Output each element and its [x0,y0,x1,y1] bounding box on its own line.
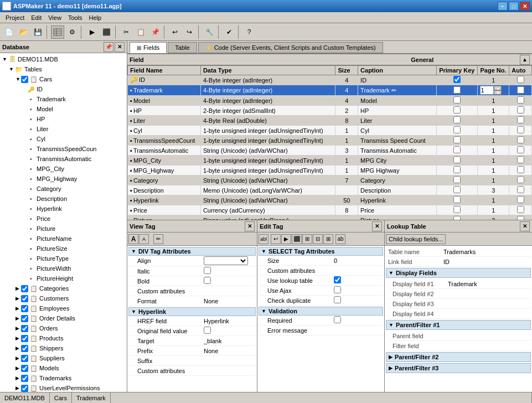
edit-undo-btn[interactable]: ↩ [271,234,281,244]
auto-checkbox[interactable] [517,116,524,123]
preview-button[interactable]: ▶ [85,25,99,39]
auto-checkbox[interactable] [517,176,524,183]
view-tag-close[interactable]: ✕ [245,221,255,231]
lookup-toolbar[interactable]: Child lookup fields... [385,232,532,246]
hyperlink-collapse[interactable]: ▼ [131,309,136,314]
spin-down[interactable]: ▼ [494,90,502,95]
orig-field-checkbox[interactable] [204,327,211,334]
pk-checkbox[interactable] [453,86,461,94]
field-transmissautomatic[interactable]: ▪ TransmissAutomatic [1,154,126,164]
redo-button[interactable]: ↪ [183,25,196,39]
table-row[interactable]: ▪CategoryString (Unicode) (adVarWChar)7C… [128,175,532,185]
edit-grid-btn[interactable]: ⊞ [302,234,312,244]
orders-expand[interactable]: ▶ [16,326,21,331]
table-row[interactable]: ▪TransmissAutomaticString (Unicode) (adV… [128,146,532,156]
view-edit-btn[interactable]: ✏ [153,234,163,244]
menu-tools[interactable]: Tools [65,13,86,22]
auto-checkbox[interactable] [517,216,524,220]
italic-checkbox[interactable] [204,267,211,274]
trademarks-expand[interactable]: ▶ [16,375,21,381]
edit-tag-toolbar[interactable]: abl ↩ ▶ ⬛ ⊞ ⊟ ⊞ ab [257,232,384,246]
copy-button[interactable]: 📋 [134,25,147,39]
tree-models[interactable]: ▶ 📋 Models [1,363,126,373]
use-lookup-checkbox[interactable] [334,276,341,283]
pk-checkbox[interactable] [453,206,461,213]
table-row[interactable]: ▪PriceCurrency (adCurrency)8Price1 [128,205,532,215]
view-tag-toolbar[interactable]: A A ✏ [127,232,257,246]
products-checkbox[interactable] [21,335,28,342]
suppliers-expand[interactable]: ▶ [16,355,21,361]
generate-button[interactable]: ⚙ [65,25,79,39]
open-button[interactable]: 📂 [17,25,30,39]
auto-checkbox[interactable] [517,146,524,153]
menu-help[interactable]: Help [86,13,105,22]
menu-view[interactable]: View [45,13,65,22]
field-model[interactable]: ▪ Model [1,104,126,114]
display-fields-header[interactable]: ▼ Display Fields [386,268,531,278]
grid-scroll-up[interactable]: ▲ [520,55,530,65]
tree-categories[interactable]: ▶ 📋 Categories [1,283,126,293]
auto-checkbox[interactable] [517,86,524,94]
field-liter[interactable]: ▪ Liter [1,124,126,134]
table-row[interactable]: 🔑ID4-Byte integer (adInteger)4ID1 [128,75,532,85]
edit-stop-btn[interactable]: ⬛ [292,234,302,244]
align-select[interactable] [204,256,248,265]
panel-close-button[interactable]: ✕ [115,42,125,52]
tables-expand[interactable]: ▼ [9,66,14,72]
pk-checkbox[interactable] [453,176,461,183]
panel-pin-button[interactable]: 📌 [104,42,113,52]
select-collapse[interactable]: ▼ [261,249,266,254]
edit-grid2-btn[interactable]: ⊟ [313,234,323,244]
orders-checkbox[interactable] [21,325,28,332]
trademarks-checkbox[interactable] [21,375,28,382]
tree-tables[interactable]: ▼ 📁 Tables [1,64,126,74]
auto-checkbox[interactable] [517,196,524,203]
pk-checkbox[interactable] [453,166,461,173]
table-row[interactable]: ▪MPG_Highway1-byte unsigned integer (adU… [128,166,532,175]
auto-checkbox[interactable] [517,96,524,104]
parent-filter-3-header[interactable]: ▶ Parent/Filter #3 [386,363,531,373]
pk-checkbox[interactable] [453,156,461,163]
edit-ab-btn[interactable]: ab [335,234,345,244]
new-button[interactable]: 📄 [2,25,16,39]
tables-button[interactable] [51,25,64,39]
menu-project[interactable]: Project [2,13,28,22]
root-expand[interactable]: ▼ [2,56,8,62]
maximize-button[interactable]: □ [509,2,519,11]
tab-code[interactable]: ⚡ Code (Server Events, Client Scripts an… [198,42,383,53]
tree-products[interactable]: ▶ 📋 Products [1,333,126,343]
close-button[interactable]: ✕ [520,2,530,11]
field-price[interactable]: ▪ Price [1,214,126,224]
required-checkbox[interactable] [334,316,341,323]
parent-filter-1-collapse[interactable]: ▼ [389,322,394,328]
auto-checkbox[interactable] [517,156,524,163]
models-expand[interactable]: ▶ [16,365,21,371]
tree-cars[interactable]: ▼ 📋 Cars [1,74,126,84]
field-picturewidth[interactable]: ▪ PictureWidth [1,264,126,273]
table-row[interactable]: ▪Model4-Byte integer (adInteger)4Model1 [128,96,532,106]
field-hyperlink[interactable]: ▪ Hyperlink [1,204,126,214]
div-collapse[interactable]: ▼ [131,249,136,254]
stop-button[interactable]: ⬛ [100,25,113,39]
models-checkbox[interactable] [21,365,28,372]
auto-checkbox[interactable] [517,166,524,173]
tree-root[interactable]: ▼ 🗄 DEMO11.MDB [1,54,126,64]
table-row[interactable]: ▪MPG_City1-byte unsigned integer (adUnsi… [128,156,532,166]
field-cyl[interactable]: ▪ Cyl [1,134,126,144]
field-pictureheight[interactable]: ▪ PictureHeight [1,273,126,283]
table-row[interactable]: ▪TransmissSpeedCount1-byte unsigned inte… [128,136,532,146]
field-id[interactable]: 🔑 ID [1,84,126,94]
tree-userlevelpermissions[interactable]: ▶ 📋 UserLevelPermissions [1,383,126,392]
view-font-btn[interactable]: A [128,234,138,244]
auto-checkbox[interactable] [517,136,524,143]
use-ajax-checkbox[interactable] [334,286,341,293]
help-button[interactable]: ? [242,25,256,39]
employees-checkbox[interactable] [21,305,28,312]
suppliers-checkbox[interactable] [21,355,28,362]
ulp-checkbox[interactable] [21,385,28,392]
shippers-checkbox[interactable] [21,345,28,352]
auto-checkbox[interactable] [517,126,524,133]
tab-table[interactable]: Table [168,42,197,53]
parent-filter-3-collapse[interactable]: ▶ [389,365,392,371]
field-picturetype[interactable]: ▪ PictureType [1,254,126,264]
